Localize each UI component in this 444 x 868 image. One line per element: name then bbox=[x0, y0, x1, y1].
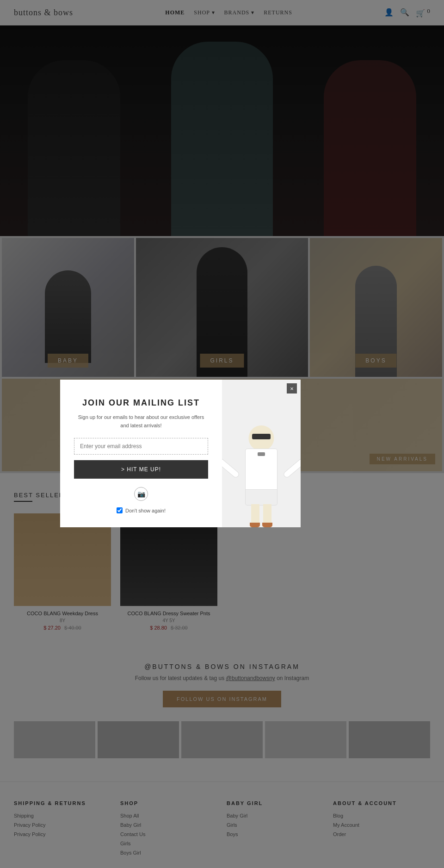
modal-subtitle: Sign up for our emails to hear about our… bbox=[74, 413, 208, 430]
modal-kid-figure bbox=[222, 421, 301, 527]
modal-close-button[interactable]: × bbox=[287, 383, 297, 393]
modal-right-panel bbox=[222, 380, 301, 527]
submit-button[interactable]: > HIT ME UP! bbox=[74, 460, 208, 479]
mailing-list-modal: × JOIN OUR MAILING LIST Sign up for our … bbox=[60, 380, 301, 527]
no-show-checkbox[interactable] bbox=[117, 507, 123, 513]
instagram-icon: 📷 bbox=[137, 490, 145, 498]
no-show-label: Don't show again! bbox=[125, 508, 166, 513]
email-input[interactable] bbox=[74, 438, 208, 455]
no-show-option[interactable]: Don't show again! bbox=[74, 507, 208, 513]
modal-title: JOIN OUR MAILING LIST bbox=[74, 398, 208, 408]
instagram-icon-button[interactable]: 📷 bbox=[134, 487, 148, 501]
modal-left-panel: JOIN OUR MAILING LIST Sign up for our em… bbox=[60, 380, 222, 527]
